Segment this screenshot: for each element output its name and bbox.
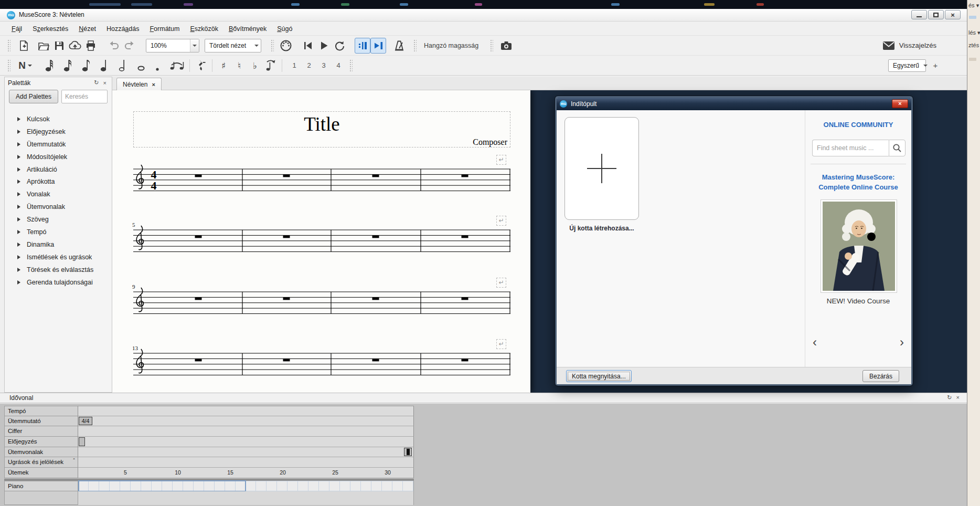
toolbar-grip[interactable]	[7, 39, 10, 52]
new-score-card[interactable]	[564, 117, 639, 220]
piano-measure-cell[interactable]	[308, 481, 319, 491]
tab-close-icon[interactable]: ×	[152, 81, 155, 88]
sheet-music-search-input[interactable]	[812, 140, 889, 156]
image-capture-button[interactable]	[498, 38, 514, 54]
palette-item[interactable]: Artikuláció	[5, 163, 112, 176]
palette-item[interactable]: Ütemvonalak	[5, 201, 112, 213]
palette-search-input[interactable]	[61, 90, 108, 103]
note-input-mode-button[interactable]: N	[15, 58, 36, 73]
sharp-button[interactable]: ♯	[216, 58, 231, 73]
course-link-line1[interactable]: Mastering MuseScore:	[805, 173, 911, 181]
loop-playback-button[interactable]	[332, 38, 347, 54]
pan-score-toggle[interactable]	[370, 38, 386, 54]
expand-arrow-icon[interactable]	[17, 243, 20, 247]
voice-2-button[interactable]: 2	[305, 61, 313, 69]
online-community-link[interactable]: ONLINE COMMUNITY	[805, 121, 911, 129]
eighth-note-button[interactable]	[79, 58, 94, 73]
palette-item[interactable]: Kulcsok	[5, 113, 112, 125]
timeline-measure-cells[interactable]	[78, 481, 414, 491]
piano-measure-cell[interactable]	[141, 481, 152, 491]
zoom-dropdown-arrow[interactable]	[190, 39, 199, 52]
tie-button[interactable]	[167, 58, 186, 73]
toolbar-grip[interactable]	[7, 59, 10, 72]
piano-measure-cell[interactable]	[89, 481, 99, 491]
palette-item[interactable]: Ütemmutatók	[5, 138, 112, 151]
close-dialog-button[interactable]: Bezárás	[862, 370, 899, 382]
piano-measure-cell[interactable]	[236, 481, 246, 491]
piano-measure-cell[interactable]	[131, 481, 141, 491]
piano-measure-cell[interactable]	[361, 481, 371, 491]
expand-arrow-icon[interactable]	[17, 130, 20, 134]
menu-item-súgó[interactable]: Súgó	[272, 23, 297, 35]
expand-arrow-icon[interactable]	[17, 192, 20, 196]
palettes-close-icon[interactable]: ×	[101, 80, 109, 86]
staff-system[interactable]	[133, 223, 510, 260]
timeline-grid-row[interactable]	[78, 426, 414, 437]
palette-item[interactable]: Törések és elválasztás	[5, 263, 112, 276]
piano-measure-cell[interactable]	[277, 481, 287, 491]
prev-arrow-button[interactable]: ‹	[813, 336, 817, 349]
play-repeats-toggle[interactable]	[355, 38, 370, 54]
piano-measure-cell[interactable]	[99, 481, 110, 491]
piano-measure-cell[interactable]	[287, 481, 298, 491]
piano-measure-cell[interactable]	[319, 481, 329, 491]
piano-measure-cell[interactable]	[350, 481, 361, 491]
expand-arrow-icon[interactable]	[17, 205, 20, 209]
timeline-close-icon[interactable]: ×	[956, 394, 960, 401]
menu-item-bővítmények[interactable]: Bővítmények	[223, 23, 272, 35]
dialog-close-button[interactable]: ×	[892, 99, 908, 108]
view-mode-dropdown-arrow[interactable]	[252, 39, 261, 52]
expand-arrow-icon[interactable]	[17, 268, 20, 272]
piano-measure-cell[interactable]	[152, 481, 162, 491]
menu-item-nézet[interactable]: Nézet	[73, 23, 101, 35]
toolbar-grip[interactable]	[490, 39, 493, 52]
score-composer[interactable]: Composer	[473, 138, 507, 147]
palette-item[interactable]: Dinamika	[5, 238, 112, 251]
piano-measure-cell[interactable]	[215, 481, 225, 491]
piano-measure-cell[interactable]	[162, 481, 173, 491]
add-palettes-button[interactable]: Add Palettes	[9, 90, 58, 103]
end-barline-cell[interactable]	[404, 448, 412, 457]
close-button[interactable]: ×	[945, 10, 961, 19]
metronome-button[interactable]	[391, 38, 407, 54]
midi-input-button[interactable]	[278, 38, 294, 54]
timeline-grid-row[interactable]	[78, 457, 414, 468]
toolbar-grip[interactable]	[413, 39, 417, 52]
menu-item-szerkesztés[interactable]: Szerkesztés	[27, 23, 73, 35]
course-link-line2[interactable]: Complete Online Course	[805, 183, 911, 191]
rest-button[interactable]	[193, 58, 209, 73]
open-file-button[interactable]	[36, 38, 51, 54]
toolbar-grip[interactable]	[349, 59, 353, 72]
half-note-button[interactable]	[115, 58, 131, 73]
undo-button[interactable]	[106, 38, 122, 54]
palette-item[interactable]: Gerenda tulajdonságai	[5, 276, 112, 289]
maximize-button[interactable]	[928, 10, 944, 19]
thirtysecond-note-button[interactable]	[42, 58, 58, 73]
palettes-float-icon[interactable]: ↻	[92, 79, 101, 86]
piano-measure-cell[interactable]	[392, 481, 403, 491]
piano-measure-cell[interactable]	[403, 481, 413, 491]
collapse-caret[interactable]: ˆ	[73, 458, 75, 464]
piano-measure-cell[interactable]	[120, 481, 131, 491]
expand-arrow-icon[interactable]	[17, 230, 20, 234]
save-button[interactable]	[51, 38, 67, 54]
staff-system[interactable]	[133, 284, 510, 322]
quarter-note-button[interactable]	[97, 58, 113, 73]
timeline-grid-row[interactable]: 4/4	[78, 416, 414, 427]
timeline-grid[interactable]: 4/451015202530	[78, 406, 414, 478]
piano-measure-cell[interactable]	[110, 481, 120, 491]
menu-item-hozzáadás[interactable]: Hozzáadás	[101, 23, 145, 35]
piano-measure-cell[interactable]	[329, 481, 340, 491]
flat-button[interactable]: ♭	[247, 58, 263, 73]
timeline-grid-row[interactable]	[78, 406, 414, 416]
whole-note-button[interactable]	[134, 58, 150, 73]
score-tab[interactable]: Névtelen ×	[116, 78, 162, 90]
minimize-button[interactable]	[911, 10, 927, 19]
course-image[interactable]	[821, 199, 897, 293]
staff-system[interactable]: 44	[133, 162, 510, 199]
palette-item[interactable]: Előjegyzések	[5, 125, 112, 138]
print-button[interactable]	[83, 38, 99, 54]
next-arrow-button[interactable]: ›	[900, 336, 904, 349]
piano-measure-cell[interactable]	[246, 481, 257, 491]
palette-item[interactable]: Vonalak	[5, 188, 112, 201]
